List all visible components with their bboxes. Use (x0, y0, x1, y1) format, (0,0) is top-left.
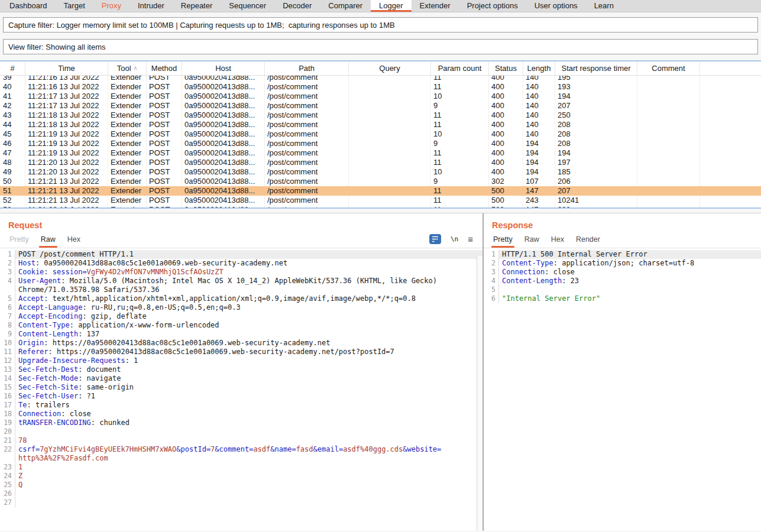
table-row[interactable]: 4911:21:20 13 Jul 2022ExtenderPOST0a9500… (0, 167, 761, 177)
table-row[interactable]: 5211:21:21 13 Jul 2022ExtenderPOST0a9500… (0, 196, 761, 205)
newline-toggle-icon[interactable]: \n (451, 235, 458, 243)
line-number: 4 (0, 277, 15, 286)
code-segment: 78 (18, 436, 27, 445)
table-cell: 11 (431, 186, 489, 196)
code-line: 4Content-Length: 23 (484, 277, 761, 286)
table-row[interactable]: 5111:21:21 13 Jul 2022ExtenderPOST0a9500… (0, 186, 761, 196)
table-row[interactable]: 4311:21:18 13 Jul 2022ExtenderPOST0a9500… (0, 111, 761, 120)
code-segment: &postId= (176, 445, 211, 453)
menu-item-user-options[interactable]: User options (526, 0, 586, 12)
menu-item-intruder[interactable]: Intruder (129, 0, 173, 12)
table-row[interactable]: 5011:21:21 13 Jul 2022ExtenderPOST0a9500… (0, 177, 761, 186)
column-header-comment[interactable]: Comment (637, 61, 700, 75)
column-header-start-response-timer[interactable]: Start response timer (555, 61, 637, 75)
request-editor[interactable]: 1POST /post/comment HTTP/1.12Host: 0a950… (0, 248, 482, 531)
table-row[interactable]: 4711:21:19 13 Jul 2022ExtenderPOST0a9500… (0, 148, 761, 158)
code-segment: Connection (18, 410, 61, 418)
response-tab-render[interactable]: Render (570, 232, 606, 248)
menu-item-repeater[interactable]: Repeater (173, 0, 221, 12)
menu-item-extender[interactable]: Extender (412, 0, 459, 12)
table-cell: 0a9500020413d88... (182, 92, 265, 101)
code-segment: 1 (18, 463, 22, 471)
table-cell: 0a9500020413d88... (182, 139, 265, 148)
column-header-number[interactable]: # (0, 61, 25, 75)
code-line: 9Content-Length: 137 (0, 330, 482, 339)
code-line-text: 78 (15, 436, 482, 445)
table-row[interactable]: 4111:21:17 13 Jul 2022ExtenderPOST0a9500… (0, 92, 761, 101)
table-row[interactable]: 4611:21:19 13 Jul 2022ExtenderPOST0a9500… (0, 139, 761, 148)
table-cell: 400 (489, 120, 523, 129)
menu-item-logger[interactable]: Logger (371, 0, 411, 12)
table-cell: 208 (555, 129, 637, 139)
menu-item-dashboard[interactable]: Dashboard (1, 0, 56, 12)
table-cell: /post/comment (265, 196, 349, 205)
table-row[interactable]: 4211:21:17 13 Jul 2022ExtenderPOST0a9500… (0, 101, 761, 111)
table-cell: 243 (523, 196, 555, 205)
menu-item-decoder[interactable]: Decoder (274, 0, 320, 12)
code-line: 2Content-Type: application/json; charset… (484, 259, 761, 268)
code-segment: : (125, 356, 134, 365)
table-row[interactable]: 3911:21:16 13 Jul 2022ExtenderPOST0a9500… (0, 76, 761, 82)
column-header-status[interactable]: Status (489, 61, 523, 75)
table-row[interactable]: 4511:21:19 13 Jul 2022ExtenderPOST0a9500… (0, 129, 761, 139)
table-cell: 9 (431, 139, 489, 148)
column-header-param-count[interactable]: Param count (431, 61, 489, 75)
table-cell (349, 129, 431, 139)
code-line: 25Q (0, 481, 482, 489)
table-cell: 11 (431, 205, 489, 207)
response-editor[interactable]: 1HTTP/1.1 500 Internal Server Error2Cont… (484, 248, 761, 531)
menu-item-proxy[interactable]: Proxy (93, 0, 129, 12)
capture-filter-bar[interactable]: Capture filter: Logger memory limit set … (3, 17, 758, 33)
editor-menu-icon[interactable]: ≡ (468, 236, 473, 243)
request-tab-bar: Pretty Raw Hex \n ≡ (0, 230, 482, 248)
view-filter-bar[interactable]: View filter: Showing all items (3, 39, 758, 54)
request-tab-hex[interactable]: Hex (61, 232, 86, 248)
response-tab-pretty[interactable]: Pretty (487, 232, 519, 248)
table-cell: Extender (108, 101, 147, 111)
code-segment: : (78, 374, 86, 382)
response-tab-hex[interactable]: Hex (545, 232, 570, 248)
table-row[interactable]: 4411:21:18 13 Jul 2022ExtenderPOST0a9500… (0, 120, 761, 129)
table-cell: /post/comment (265, 120, 349, 129)
table-cell: Extender (108, 205, 147, 207)
column-header-time[interactable]: Time (25, 61, 108, 75)
request-editor-scrollbar[interactable] (477, 256, 482, 531)
log-table: #TimeTool∧MethodHostPathQueryParam count… (0, 60, 761, 209)
table-cell: 107 (523, 177, 555, 186)
request-tab-pretty[interactable]: Pretty (4, 232, 35, 248)
table-cell: 0a9500020413d88... (182, 167, 265, 177)
menu-item-learn[interactable]: Learn (586, 0, 622, 12)
column-header-query[interactable]: Query (349, 61, 431, 75)
menu-item-comparer[interactable]: Comparer (320, 0, 371, 12)
table-cell-filler (700, 186, 761, 196)
column-header-tool[interactable]: Tool∧ (108, 61, 147, 75)
code-segment: : (48, 348, 57, 356)
column-header-length[interactable]: Length (523, 61, 555, 75)
table-cell: 400 (489, 148, 523, 158)
table-cell: 11 (431, 82, 489, 92)
menu-item-target[interactable]: Target (56, 0, 93, 12)
table-cell: /post/comment (265, 82, 349, 92)
column-header-path[interactable]: Path (265, 61, 349, 75)
table-cell: 140 (523, 120, 555, 129)
table-cell: 11:21:21 13 Jul 2022 (25, 186, 108, 196)
table-row[interactable]: 4011:21:16 13 Jul 2022ExtenderPOST0a9500… (0, 82, 761, 92)
column-header-method[interactable]: Method (147, 61, 182, 75)
menu-item-sequencer[interactable]: Sequencer (221, 0, 274, 12)
table-cell: 500 (489, 205, 523, 207)
wrap-lines-icon[interactable] (429, 234, 441, 244)
table-cell: 500 (489, 186, 523, 196)
code-line-text: http%3A%2F%2Fasdf.com (15, 454, 482, 463)
response-tab-raw[interactable]: Raw (519, 232, 545, 248)
code-line: 15Sec-Fetch-Site: same-origin (0, 383, 482, 392)
code-line-text (15, 498, 482, 507)
table-row[interactable]: 4811:21:20 13 Jul 2022ExtenderPOST0a9500… (0, 158, 761, 167)
code-line-text: Accept-Language: ru-RU,ru;q=0.8,en-US;q=… (15, 303, 482, 312)
code-segment: : (91, 419, 99, 427)
code-line: 3Connection: close (484, 268, 761, 277)
table-cell: 0a9500020413d88... (182, 76, 265, 82)
table-row[interactable]: 5311:21:22 13 Jul 2022ExtenderPOST0a9500… (0, 205, 761, 207)
column-header-host[interactable]: Host (182, 61, 265, 75)
menu-item-project-options[interactable]: Project options (459, 0, 526, 12)
request-tab-raw[interactable]: Raw (35, 232, 61, 248)
